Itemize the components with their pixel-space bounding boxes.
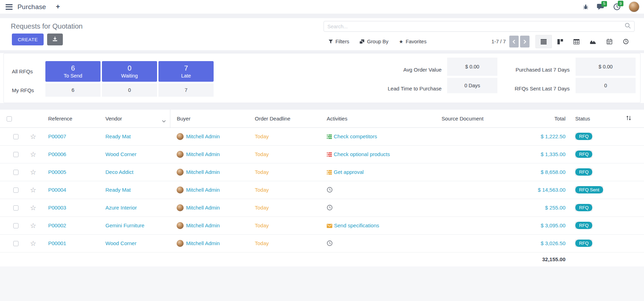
- schedule-activity-clock-icon[interactable]: [327, 187, 333, 193]
- activity-link[interactable]: Check competitors: [334, 133, 377, 139]
- favorite-star-icon[interactable]: ☆: [30, 204, 36, 212]
- status-badge: RFQ: [575, 204, 592, 212]
- row-checkbox[interactable]: [13, 152, 18, 157]
- favorites-button[interactable]: ★ Favorites: [399, 39, 427, 44]
- plus-icon[interactable]: +: [56, 3, 60, 11]
- app-name[interactable]: Purchase: [17, 3, 46, 11]
- favorite-star-icon[interactable]: ☆: [30, 150, 36, 158]
- pivot-view-button[interactable]: [568, 35, 585, 48]
- calendar-view-button[interactable]: [601, 35, 617, 48]
- table-row[interactable]: ☆ P00006 Wood Corner Mitchell Admin Toda…: [0, 145, 644, 163]
- favorite-star-icon[interactable]: ☆: [30, 240, 36, 247]
- column-header-buyer[interactable]: Buyer: [170, 110, 248, 127]
- buyer-link[interactable]: Mitchell Admin: [186, 169, 220, 175]
- my-to-send-count[interactable]: 6: [45, 83, 101, 97]
- vendor-link[interactable]: Ready Mat: [105, 133, 131, 139]
- order-deadline-value: Today: [255, 187, 269, 193]
- buyer-link[interactable]: Mitchell Admin: [186, 151, 220, 157]
- user-avatar[interactable]: [629, 2, 639, 12]
- favorite-star-icon[interactable]: ☆: [30, 222, 36, 229]
- column-header-source-document[interactable]: Source Document: [435, 110, 518, 127]
- vendor-link[interactable]: Wood Corner: [105, 151, 136, 157]
- column-header-activities[interactable]: Activities: [320, 110, 435, 127]
- list-view-button[interactable]: [535, 35, 552, 48]
- tasks-activity-icon[interactable]: [327, 170, 332, 175]
- column-header-vendor[interactable]: Vendor: [99, 110, 170, 127]
- my-waiting-count[interactable]: 0: [102, 83, 157, 97]
- vendor-link[interactable]: Azure Interior: [105, 205, 137, 211]
- buyer-link[interactable]: Mitchell Admin: [186, 222, 220, 228]
- table-row[interactable]: ☆ P00007 Ready Mat Mitchell Admin Today …: [0, 127, 644, 145]
- filters-button[interactable]: Filters: [328, 39, 349, 44]
- reference-link[interactable]: P00004: [48, 187, 66, 193]
- vendor-link[interactable]: Deco Addict: [105, 169, 133, 175]
- reference-link[interactable]: P00005: [48, 169, 66, 175]
- pivot-view-icon: [573, 39, 579, 44]
- table-row[interactable]: ☆ P00005 Deco Addict Mitchell Admin Toda…: [0, 163, 644, 181]
- favorite-star-icon[interactable]: ☆: [30, 133, 36, 140]
- row-checkbox[interactable]: [13, 241, 18, 246]
- table-row[interactable]: ☆ P00001 Wood Corner Mitchell Admin Toda…: [0, 234, 644, 252]
- reference-link[interactable]: P00001: [48, 240, 66, 246]
- schedule-activity-clock-icon[interactable]: [327, 205, 333, 211]
- email-activity-icon[interactable]: [327, 224, 332, 228]
- messages-icon[interactable]: 5: [597, 3, 605, 10]
- column-header-status[interactable]: Status: [569, 110, 617, 127]
- to-send-button[interactable]: 6 To Send: [45, 61, 101, 82]
- apps-menu-icon[interactable]: [6, 4, 13, 10]
- buyer-link[interactable]: Mitchell Admin: [186, 187, 220, 193]
- topbar-right: 5 9: [583, 2, 639, 12]
- favorites-star-icon: ★: [399, 39, 404, 44]
- all-rfqs-label: All RFQs: [12, 68, 33, 74]
- kanban-view-button[interactable]: [552, 35, 568, 48]
- group-by-button[interactable]: Group By: [360, 39, 388, 44]
- search-icon[interactable]: [625, 23, 631, 30]
- search-input[interactable]: [327, 24, 625, 29]
- pager-previous-button[interactable]: [509, 36, 519, 47]
- activity-link[interactable]: Get approval: [334, 169, 364, 175]
- buyer-link[interactable]: Mitchell Admin: [186, 240, 220, 246]
- vendor-link[interactable]: Wood Corner: [105, 240, 136, 246]
- group-by-icon: [360, 39, 364, 44]
- reference-link[interactable]: P00006: [48, 151, 66, 157]
- tasks-activity-icon[interactable]: [327, 134, 332, 139]
- activities-clock-icon[interactable]: 9: [613, 3, 621, 10]
- table-row[interactable]: ☆ P00002 Gemini Furniture Mitchell Admin…: [0, 216, 644, 234]
- vendor-link[interactable]: Ready Mat: [105, 187, 131, 193]
- activity-link[interactable]: Send specifications: [334, 222, 379, 228]
- row-checkbox[interactable]: [13, 205, 18, 211]
- table-row[interactable]: ☆ P00003 Azure Interior Mitchell Admin T…: [0, 199, 644, 216]
- column-header-total[interactable]: Total: [518, 110, 569, 127]
- schedule-activity-clock-icon[interactable]: [327, 240, 333, 246]
- column-header-reference[interactable]: Reference: [42, 110, 99, 127]
- tasks-activity-icon[interactable]: [327, 152, 332, 157]
- row-checkbox[interactable]: [13, 188, 18, 193]
- optional-columns-button[interactable]: [617, 110, 641, 127]
- reference-link[interactable]: P00002: [48, 222, 66, 228]
- reference-link[interactable]: P00007: [48, 133, 66, 139]
- search-box[interactable]: [324, 21, 635, 32]
- column-header-order-deadline[interactable]: Order Deadline: [248, 110, 320, 127]
- favorite-star-icon[interactable]: ☆: [30, 168, 36, 176]
- table-row[interactable]: ☆ P00004 Ready Mat Mitchell Admin Today …: [0, 181, 644, 199]
- buyer-link[interactable]: Mitchell Admin: [186, 205, 220, 211]
- waiting-button[interactable]: 0 Waiting: [102, 61, 157, 82]
- rfq-list-table: Reference Vendor Buyer Order Deadline Ac…: [0, 110, 644, 267]
- my-late-count[interactable]: 7: [158, 83, 214, 97]
- row-checkbox[interactable]: [13, 170, 18, 175]
- select-all-checkbox[interactable]: [7, 116, 12, 122]
- view-switcher: [535, 35, 634, 48]
- debug-bug-icon[interactable]: [583, 4, 589, 10]
- divider-band: [0, 50, 644, 53]
- pager-next-button[interactable]: [520, 36, 530, 47]
- late-button[interactable]: 7 Late: [158, 61, 214, 82]
- activity-link[interactable]: Check optional products: [334, 151, 390, 157]
- reference-link[interactable]: P00003: [48, 205, 66, 211]
- row-checkbox[interactable]: [13, 134, 18, 139]
- graph-view-button[interactable]: [585, 35, 601, 48]
- buyer-link[interactable]: Mitchell Admin: [186, 133, 220, 139]
- favorite-star-icon[interactable]: ☆: [30, 186, 36, 194]
- row-checkbox[interactable]: [13, 223, 18, 228]
- activity-view-button[interactable]: [617, 35, 634, 48]
- vendor-link[interactable]: Gemini Furniture: [105, 222, 145, 228]
